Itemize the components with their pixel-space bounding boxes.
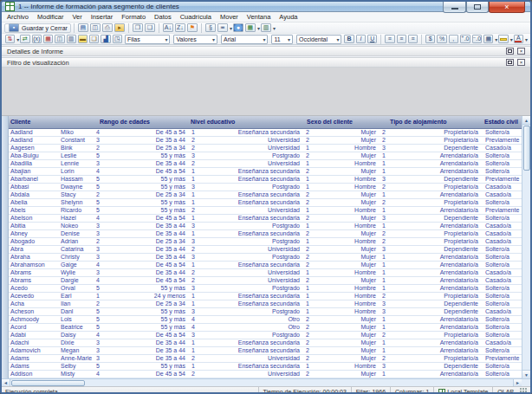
cell-sex[interactable]: Hombre (315, 223, 378, 229)
cell-housing-code[interactable]: 1 (378, 269, 392, 276)
cell-edu-code[interactable]: 1 (187, 230, 201, 237)
cell-housing-code[interactable]: 1 (378, 262, 392, 268)
align-center-icon[interactable]: ≡ (397, 35, 406, 43)
cell-sex-code[interactable]: 1 (302, 238, 315, 245)
cell-age-range[interactable]: 55 y más (106, 152, 187, 159)
cell-edu-code[interactable]: 1 (187, 339, 201, 346)
cell-first-name[interactable]: Bink (61, 145, 92, 152)
cell-edu-code[interactable]: 2 (187, 145, 201, 152)
cell-marital-status[interactable]: Casado/a (480, 269, 522, 276)
table-row[interactable]: AadlandConstant3De 35 a 442Universidad2M… (9, 137, 522, 145)
cell-edu-code[interactable]: 2 (187, 160, 201, 167)
cell-last-name[interactable]: Acedo (9, 285, 61, 292)
cell-sex-code[interactable]: 2 (302, 152, 315, 159)
cell-first-name[interactable]: Shelynn (61, 199, 92, 206)
cell-marital-status[interactable]: Soltero/a (480, 316, 522, 323)
cell-edu-code[interactable]: 3 (187, 308, 201, 315)
table-row[interactable]: AbramsWylie3De 35 a 442Universidad1Hombr… (9, 269, 522, 277)
notes-icon[interactable]: ▬ (78, 35, 88, 43)
cell-housing[interactable]: Dependiente (392, 145, 480, 152)
cell-edu-code[interactable]: 1 (187, 300, 201, 307)
cell-sex[interactable]: Mujer (315, 230, 378, 237)
cell-housing-code[interactable]: 1 (378, 371, 392, 378)
table-row[interactable]: AbelsonHazel4De 45 a 541Enseñanza secund… (9, 215, 522, 223)
cell-edu-code[interactable]: 1 (187, 262, 201, 268)
cell-education[interactable]: Universidad (201, 145, 302, 152)
cell-first-name[interactable]: Anne-Marie (61, 355, 92, 362)
cell-sex[interactable]: Hombre (315, 308, 378, 315)
cell-housing[interactable]: Arrendatario/a (392, 160, 480, 167)
cell-age-range[interactable]: 55 y más (106, 176, 187, 183)
cell-edu-code[interactable]: 1 (187, 168, 201, 175)
cell-edu-code[interactable]: 3 (187, 254, 201, 261)
cell-last-name[interactable]: Abrahamson (9, 262, 61, 268)
cell-marital-status[interactable]: Previamente (480, 137, 522, 144)
cell-sex-code[interactable]: 2 (302, 371, 315, 378)
cell-marital-status[interactable]: Soltero/a (480, 215, 522, 222)
cell-marital-status[interactable]: Soltero/a (480, 371, 522, 378)
cell-education[interactable]: Enseñanza secundaria (201, 199, 302, 206)
cell-age-range[interactable]: De 35 a 44 (106, 355, 187, 362)
cell-sex[interactable]: Mujer (315, 246, 378, 253)
sort-descending-icon[interactable]: Z↓ (175, 23, 185, 32)
cell-first-name[interactable]: Danl (61, 308, 92, 315)
cell-marital-status[interactable]: Soltero/a (480, 254, 522, 261)
cell-age-range[interactable]: De 25 a 34 (106, 300, 187, 307)
cell-marital-status[interactable]: Soltero/a (480, 293, 522, 300)
cell-sex-code[interactable]: 2 (302, 332, 315, 339)
table-row[interactable]: AdamsSelby555 y más1Enseñanza secundaria… (9, 363, 522, 371)
table-row[interactable]: AbneyDenise3De 35 a 441Enseñanza secunda… (9, 230, 522, 238)
cell-age-code[interactable]: 5 (92, 184, 106, 191)
table-row[interactable]: AbajianLorin4De 45 a 541Enseñanza secund… (9, 168, 522, 176)
cell-sex-code[interactable]: 2 (302, 324, 315, 331)
cell-housing[interactable]: Arrendatario/a (392, 168, 480, 175)
row-gutter[interactable] (2, 116, 9, 378)
cell-age-range[interactable]: De 35 a 44 (106, 347, 187, 354)
table-row[interactable]: AbeliaShelynn555 y más1Enseñanza secunda… (9, 199, 522, 207)
cell-age-range[interactable]: De 35 a 44 (106, 246, 187, 253)
cell-sex[interactable]: Mujer (315, 152, 378, 159)
cell-age-code[interactable]: 5 (92, 316, 106, 323)
table-row[interactable]: AbelsRicardo555 y más2Universidad1Hombre… (9, 207, 522, 215)
cell-age-range[interactable]: De 35 a 44 (106, 254, 187, 261)
cell-age-range[interactable]: De 35 a 44 (106, 339, 187, 346)
cell-sex-code[interactable]: 1 (302, 269, 315, 276)
table-row[interactable]: AdamsAnne-Marie3De 35 a 442Universidad2M… (9, 355, 522, 363)
cell-sex[interactable]: Mujer (315, 168, 378, 175)
cell-edu-code[interactable]: 3 (187, 238, 201, 245)
vertical-scrollbar[interactable]: ▲ ▼ (522, 116, 530, 378)
cell-sex[interactable]: Hombre (315, 285, 378, 292)
cell-edu-code[interactable]: 1 (187, 176, 201, 183)
cell-first-name[interactable]: Adrian (61, 238, 92, 245)
cell-edu-code[interactable]: 1 (187, 199, 201, 206)
sort-ascending-icon[interactable]: A↓ (163, 23, 173, 32)
cell-housing-code[interactable]: 1 (378, 339, 392, 346)
menu-archivo[interactable]: Archivo (7, 13, 29, 21)
cell-education[interactable]: Enseñanza secundaria (201, 262, 302, 268)
cell-housing[interactable]: Arrendatario/a (392, 339, 480, 346)
view-filter-bar[interactable]: Filtro de visualización × (2, 57, 530, 68)
column-header[interactable]: Estado civil (484, 119, 518, 125)
cell-last-name[interactable]: Abelia (9, 199, 61, 206)
cell-marital-status[interactable]: Casado/a (480, 191, 522, 198)
script-combo[interactable]: Occidental▾ (296, 35, 341, 44)
panels-icon[interactable]: ❏ (89, 35, 99, 43)
cell-age-range[interactable]: 55 y más (106, 363, 187, 370)
cell-education[interactable]: Enseñanza secundaria (201, 129, 302, 136)
table-row[interactable]: AbramsDargie4De 45 a 542Universidad2Muje… (9, 277, 522, 285)
scroll-down-icon[interactable]: ▼ (522, 370, 531, 378)
cell-last-name[interactable]: Abels (9, 207, 61, 214)
cell-housing-code[interactable]: 1 (378, 254, 392, 261)
table-row[interactable]: AcevedoEarl124 y menos1Enseñanza secunda… (9, 293, 522, 300)
chevron-down-icon[interactable]: ▾ (495, 36, 497, 42)
table-row[interactable]: AbbasiDwayne555 y más3Postgrado1Hombre2P… (9, 184, 522, 191)
cell-age-range[interactable]: De 45 a 54 (106, 332, 187, 339)
cell-last-name[interactable]: Achmoody (9, 316, 61, 323)
cell-age-range[interactable]: De 45 a 54 (106, 215, 187, 222)
cell-marital-status[interactable]: Soltero/a (480, 168, 522, 175)
cell-housing-code[interactable]: 1 (378, 347, 392, 354)
cell-marital-status[interactable]: Previamente (480, 207, 522, 214)
resize-grip-icon[interactable] (520, 388, 527, 394)
cell-sex[interactable]: Mujer (315, 332, 378, 339)
cell-edu-code[interactable]: 2 (187, 277, 201, 284)
